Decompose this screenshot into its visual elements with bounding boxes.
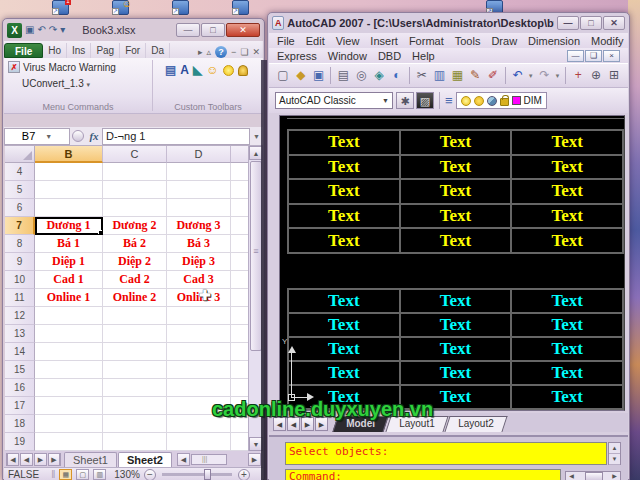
cell-D12[interactable]	[167, 307, 231, 325]
open-icon[interactable]: ◆	[293, 67, 309, 84]
table-cell-text[interactable]: Text	[288, 130, 400, 155]
font-edit-icon[interactable]: A	[180, 63, 189, 77]
pan-icon[interactable]: +	[570, 67, 586, 84]
cmd-scroll-down-icon[interactable]: ▼	[609, 454, 620, 465]
select-all-corner[interactable]	[5, 146, 35, 163]
command-history[interactable]: Select objects:	[285, 442, 607, 465]
table-cell-text[interactable]: Text	[288, 289, 400, 313]
layer-freeze-sun-icon[interactable]	[474, 96, 484, 106]
table-cell-text[interactable]: Text	[511, 289, 623, 313]
table-cell-text[interactable]: Text	[400, 228, 512, 253]
layer-plot-icon[interactable]	[487, 96, 497, 106]
ribbon-tab-ins[interactable]: Ins	[67, 43, 91, 58]
cell-B4[interactable]	[35, 163, 103, 181]
excel-horizontal-scrollbar[interactable]	[191, 454, 227, 465]
layer-on-bulb-icon[interactable]	[461, 96, 471, 106]
cell-C6[interactable]	[103, 199, 167, 217]
cell-D6[interactable]	[167, 199, 231, 217]
row-header-15[interactable]: 15	[5, 361, 35, 379]
cell-D4[interactable]	[167, 163, 231, 181]
menu-dimension[interactable]: Dimension	[528, 35, 580, 47]
ribbon-tab-da[interactable]: Da	[146, 43, 170, 58]
menu-tools[interactable]: Tools	[455, 35, 481, 47]
row-header-10[interactable]: 10	[5, 271, 35, 289]
menu-edit[interactable]: Edit	[306, 35, 325, 47]
save-icon[interactable]: ▣	[311, 67, 327, 84]
cell-D7[interactable]: Dương 3	[167, 217, 231, 235]
cell-C19[interactable]	[103, 433, 167, 451]
menu-modify[interactable]: Modify	[591, 35, 623, 47]
smiley-icon[interactable]: ☺	[206, 63, 218, 77]
excel-close-button[interactable]: ✕	[226, 23, 260, 37]
cell-C4[interactable]	[103, 163, 167, 181]
workbook-restore-icon[interactable]: ❏	[240, 47, 248, 57]
sheet-nav-first-icon[interactable]: ◀	[6, 453, 19, 466]
cmd-scroll-up-icon[interactable]: ▲	[609, 443, 620, 454]
cmd-scroll-right-icon[interactable]: ▶	[609, 472, 620, 480]
cell-B5[interactable]	[35, 181, 103, 199]
excel-minimize-button[interactable]: —	[176, 23, 200, 37]
pencil-icon[interactable]: ✎	[467, 67, 483, 84]
save-icon[interactable]: ▣	[25, 23, 34, 37]
table-cell-text[interactable]: Text	[400, 337, 512, 361]
document-restore-icon[interactable]: ❏	[585, 50, 602, 62]
cell-D14[interactable]	[167, 343, 231, 361]
desktop-shortcut-1[interactable]: ↗1	[52, 0, 69, 15]
cell-D5[interactable]	[167, 181, 231, 199]
cell-B15[interactable]	[35, 361, 103, 379]
menu-dbd[interactable]: DBD	[378, 50, 401, 62]
cell-B13[interactable]	[35, 325, 103, 343]
command-input[interactable]: Command:	[285, 469, 561, 480]
layer-color-swatch[interactable]	[512, 96, 521, 105]
toolbar-dropdown-caret-icon[interactable]: ▼	[528, 73, 535, 79]
zoom-out-button[interactable]: −	[144, 469, 156, 480]
menu-format[interactable]: Format	[409, 35, 444, 47]
table-cell-text[interactable]: Text	[511, 313, 623, 337]
uconvert-dropdown[interactable]: UConvert_1.3 ▾	[22, 78, 148, 89]
row-header-8[interactable]: 8	[5, 235, 35, 253]
row-header-7[interactable]: 7	[5, 217, 35, 235]
desktop-shortcut-2[interactable]: ↗☺	[112, 0, 129, 15]
redo-icon[interactable]: ↷	[49, 23, 57, 37]
cell-C18[interactable]	[103, 415, 167, 433]
layer-manager-icon[interactable]: ≡	[445, 93, 453, 108]
document-minimize-icon[interactable]: —	[567, 50, 584, 62]
cmd-hscroll-thumb[interactable]	[585, 472, 603, 480]
table-cell-text[interactable]: Text	[511, 228, 623, 253]
table-cell-text[interactable]: Text	[511, 204, 623, 229]
workspace-save-icon[interactable]: ▨	[416, 92, 434, 109]
cell-C9[interactable]: Diệp 2	[103, 253, 167, 271]
bulb-icon[interactable]	[223, 65, 234, 76]
row-header-14[interactable]: 14	[5, 343, 35, 361]
plot-icon[interactable]: ▤	[335, 67, 351, 84]
column-header-b[interactable]: B	[35, 146, 103, 163]
zoom-window-icon[interactable]: ⊞	[606, 67, 622, 84]
sheet-tab-sheet2[interactable]: Sheet2	[118, 452, 172, 467]
row-header-17[interactable]: 17	[5, 397, 35, 415]
cell-B19[interactable]	[35, 433, 103, 451]
ribbon-tab-ho[interactable]: Ho	[43, 43, 67, 58]
cell-D16[interactable]	[167, 379, 231, 397]
tab-split-left-icon[interactable]: ◀	[177, 453, 190, 466]
menu-view[interactable]: View	[336, 35, 360, 47]
cell-B9[interactable]: Diệp 1	[35, 253, 103, 271]
view-page-break-icon[interactable]: ▥	[93, 469, 106, 480]
ribbon-collapse-icon[interactable]: ▵	[207, 47, 212, 57]
cell-B14[interactable]	[35, 343, 103, 361]
row-header-5[interactable]: 5	[5, 181, 35, 199]
menu-window[interactable]: Window	[328, 50, 367, 62]
cell-C13[interactable]	[103, 325, 167, 343]
sheet-tab-sheet1[interactable]: Sheet1	[64, 452, 117, 467]
menu-insert[interactable]: Insert	[370, 35, 398, 47]
row-header-9[interactable]: 9	[5, 253, 35, 271]
name-box[interactable]: B7 ▼	[4, 128, 70, 145]
cell-C15[interactable]	[103, 361, 167, 379]
command-history-scrollbar[interactable]: ▲ ▼	[608, 442, 621, 465]
matchprop-brush-icon[interactable]: ✐	[485, 67, 501, 84]
drafting-triangle-icon[interactable]: ◣	[193, 63, 202, 77]
row-header-4[interactable]: 4	[5, 163, 35, 181]
cell-B8[interactable]: Bá 1	[35, 235, 103, 253]
cmd-scroll-left-icon[interactable]: ◀	[566, 472, 577, 480]
paste-icon[interactable]: ▦	[449, 67, 465, 84]
publish-icon[interactable]: ◈	[371, 67, 387, 84]
